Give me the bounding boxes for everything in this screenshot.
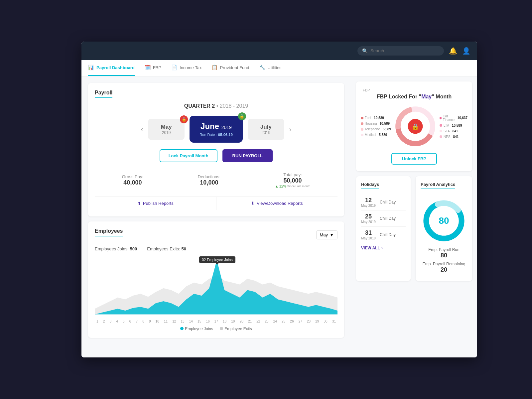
unlock-fbp-button[interactable]: Unlock FBP: [391, 153, 437, 165]
tab-dashboard[interactable]: 📊 Payroll Dashboard: [88, 60, 135, 76]
chart-labels: 1234567891011121314151617181920212223242…: [95, 320, 337, 323]
carousel-next[interactable]: ›: [289, 125, 292, 133]
lock-payroll-button[interactable]: Lock Payroll Month: [160, 149, 217, 162]
gross-pay-value: 40,000: [122, 179, 143, 186]
tab-utilities[interactable]: 🔧 Utilities: [259, 60, 282, 76]
quarter-title: QUARTER 2 • 2018 - 2019: [95, 103, 337, 109]
publish-icon: ⬆: [137, 201, 141, 206]
fbp-leg-telephone: Telephone5,589: [361, 127, 391, 131]
payroll-stats: Gross Pay: 40,000 Deductions: 10,000 Tot…: [95, 169, 337, 192]
fbp-leg-car: Car Finance10,637: [440, 114, 467, 122]
june-rundate: Run Date : 05-06-19: [200, 133, 233, 137]
tab-incometax-label: Income Tax: [180, 65, 201, 70]
emp-stats: Employees Joins: 500 Employees Exits: 50: [95, 246, 337, 251]
payroll-buttons: Lock Payroll Month RUN PAYROLL: [95, 149, 337, 162]
topbar: 🔍 🔔 👤: [81, 42, 477, 60]
employee-chart: [95, 256, 337, 316]
june-name: June 2019: [200, 122, 233, 131]
search-input[interactable]: [370, 48, 439, 53]
tab-incometax-icon: 📄: [171, 65, 178, 70]
month-card-june[interactable]: 🔒 June 2019 Run Date : 05-06-19: [190, 116, 243, 143]
publish-reports-link[interactable]: ⬆ Publish Reports: [95, 197, 216, 210]
analytics-stats: Emp. Payroll Run 80 Emp. Payroll Remaini…: [421, 247, 467, 273]
tab-fbp-icon: 🗓️: [145, 65, 151, 70]
payroll-section: Payroll QUARTER 2 • 2018 - 2019 ‹ 🔒 May …: [88, 83, 344, 216]
fbp-donut: 🔒: [394, 105, 437, 148]
tab-incometax[interactable]: 📄 Income Tax: [171, 60, 201, 76]
analytics-center-value: 80: [439, 215, 449, 226]
bottom-cards: Holidays 12 May 2019 Chill Day 25 May: [356, 176, 472, 281]
user-icon[interactable]: 👤: [462, 47, 470, 55]
employees-section: Employees May ▼ Employees Joins: 500 Emp…: [88, 221, 344, 338]
fbp-small-title: FBP: [363, 88, 466, 92]
may-name: May: [156, 124, 176, 130]
view-all-link[interactable]: VIEW ALL ›: [361, 246, 406, 250]
tab-fbp[interactable]: 🗓️ FBP: [145, 60, 161, 76]
search-box[interactable]: 🔍: [357, 46, 444, 56]
report-links: ⬆ Publish Reports ⬇ View/Download Report…: [95, 197, 337, 210]
holiday-date-3: 31 May 2019: [361, 229, 376, 240]
search-icon: 🔍: [362, 48, 368, 54]
total-pay-label: Total pay:: [275, 172, 310, 177]
run-payroll-button[interactable]: RUN PAYROLL: [222, 149, 273, 162]
holiday-date-1: 12 May 2019: [361, 197, 376, 207]
chart-tooltip: 02 Employee Joins: [199, 256, 235, 263]
emp-filter-dropdown[interactable]: May ▼: [316, 230, 337, 239]
may-year: 2019: [156, 130, 176, 135]
tab-pf-icon: 📋: [211, 65, 218, 70]
total-pay-stat: Total pay: 50,000 ▲ 12% Since Last month: [275, 172, 310, 188]
fbp-leg-medical: Medical5,589: [361, 133, 391, 137]
gross-pay-label: Gross Pay:: [122, 174, 143, 179]
month-card-july[interactable]: July 2019: [248, 119, 284, 140]
july-name: July: [256, 124, 276, 130]
pay-change: ▲ 12% Since Last month: [275, 184, 310, 188]
deductions-value: 10,000: [198, 179, 221, 186]
holiday-date-2: 25 May 2019: [361, 213, 376, 224]
download-reports-link[interactable]: ⬇ View/Download Reports: [216, 197, 338, 210]
analytics-donut: 80: [421, 198, 467, 244]
dropdown-icon: ▼: [330, 232, 334, 237]
july-year: 2019: [256, 130, 276, 135]
emp-remaining-stat: Emp. Payroll Remaining 20: [421, 262, 467, 273]
fbp-leg-housing: Housing10,589: [361, 122, 391, 125]
legend-exits: Employee Exits: [220, 327, 252, 331]
fbp-leg-fuel: Fuel10,589: [361, 116, 391, 120]
lock-badge-may: 🔒: [180, 115, 188, 123]
fbp-leg-sta: STA841: [440, 129, 467, 133]
tabbar: 📊 Payroll Dashboard 🗓️ FBP 📄 Income Tax …: [81, 60, 477, 76]
analytics-card: Payroll Analytics 80: [416, 176, 472, 281]
month-card-may[interactable]: 🔒 May 2019: [148, 119, 185, 140]
deductions-label: Deductions:: [198, 174, 221, 179]
chart-legend: Employee Joins Employee Exits: [95, 327, 337, 331]
gross-pay-stat: Gross Pay: 40,000: [122, 174, 143, 186]
fbp-locked-title: FBP Locked For "May" Month: [363, 94, 466, 100]
holidays-title: Holidays: [361, 182, 379, 189]
fbp-card: FBP FBP Locked For "May" Month Fuel10,58…: [356, 81, 472, 171]
tab-pf-label: Provident Fund: [220, 65, 249, 70]
notifications-icon[interactable]: 🔔: [449, 47, 457, 55]
right-panel: FBP FBP Locked For "May" Month Fuel10,58…: [351, 76, 477, 357]
tab-dashboard-icon: 📊: [88, 65, 94, 70]
tab-providentfund[interactable]: 📋 Provident Fund: [211, 60, 249, 76]
emp-run-stat: Emp. Payroll Run 80: [421, 247, 467, 259]
main-content: Payroll QUARTER 2 • 2018 - 2019 ‹ 🔒 May …: [81, 76, 477, 357]
employees-title: Employees: [95, 228, 123, 236]
holiday-item-3: 31 May 2019 Chill Day: [361, 227, 406, 243]
download-icon: ⬇: [251, 201, 255, 206]
left-panel: Payroll QUARTER 2 • 2018 - 2019 ‹ 🔒 May …: [81, 76, 351, 357]
chevron-right-icon: ›: [381, 246, 383, 250]
carousel-prev[interactable]: ‹: [141, 125, 143, 133]
holidays-card: Holidays 12 May 2019 Chill Day 25 May: [356, 176, 411, 281]
month-carousel: ‹ 🔒 May 2019 🔒 June 2019 Run Date : 05-0…: [95, 116, 337, 143]
total-pay-value: 50,000: [275, 177, 310, 184]
emp-joins-label: Employees Joins: 500: [95, 246, 137, 251]
arrow-up-icon: ▲: [275, 184, 279, 188]
lock-badge-june: 🔒: [238, 112, 246, 120]
deductions-stat: Deductions: 10,000: [198, 174, 221, 186]
chart-area: 02 Employee Joins: [95, 256, 337, 316]
fbp-leg-nps: NPS841: [440, 135, 467, 139]
tab-dashboard-label: Payroll Dashboard: [96, 65, 135, 70]
app-window: 🔍 🔔 👤 📊 Payroll Dashboard 🗓️ FBP 📄 Incom…: [81, 42, 477, 357]
payroll-title: Payroll: [95, 90, 112, 98]
holiday-item-2: 25 May 2019 Chill Day: [361, 210, 406, 227]
